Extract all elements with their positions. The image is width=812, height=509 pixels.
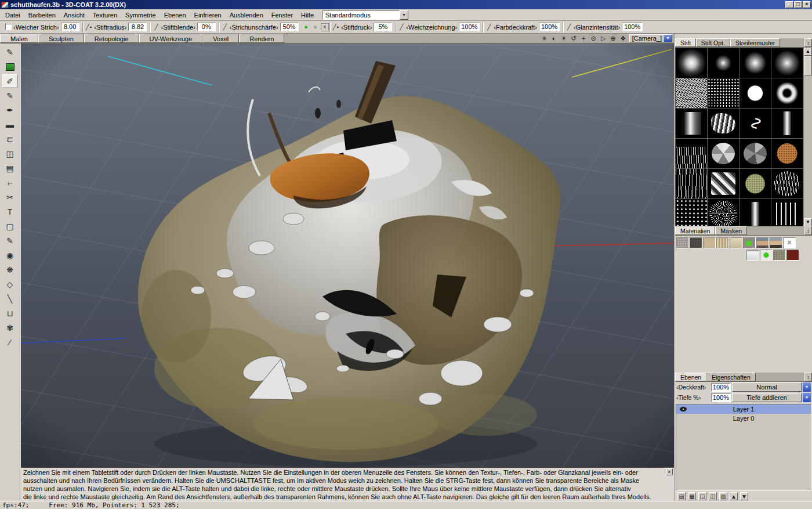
move-layer-down-icon[interactable]: ▼ (740, 492, 748, 500)
ink-pen-tool[interactable]: ✒ (2, 103, 17, 117)
visibility-eye-icon[interactable] (680, 407, 687, 411)
card-tool[interactable]: ▤ (2, 161, 17, 175)
butterfly-tool[interactable]: ✾ (2, 321, 17, 335)
duplicate-layer-icon[interactable]: ◫ (709, 492, 717, 500)
scroll-down-icon[interactable]: ▼ (804, 218, 812, 226)
airbrush-tool[interactable]: ✐ (2, 74, 17, 88)
jar-tool[interactable]: ⊔ (2, 306, 17, 320)
menu-item[interactable]: Symmetrie (121, 10, 160, 20)
add-layer-icon[interactable]: ▤ (677, 492, 686, 500)
diamond-tool[interactable]: ◇ (2, 277, 17, 291)
material-clipboard[interactable] (746, 250, 759, 261)
dropper-tool[interactable]: ╲ (2, 292, 17, 306)
camera-select[interactable]: [Camera_] ▼ (629, 34, 672, 42)
eye-tool[interactable]: ◉ (2, 248, 17, 262)
material-gray-noise[interactable] (676, 237, 689, 248)
pen-tool[interactable]: ✎ (2, 89, 17, 103)
close-button[interactable]: × (803, 1, 811, 8)
param-icon[interactable] (566, 24, 572, 30)
clamp-tool[interactable]: ⊏ (2, 132, 17, 146)
brush-cylinder-2[interactable] (740, 199, 771, 226)
brush-soft-round-small[interactable] (708, 48, 739, 78)
erase-mask-icon[interactable]: × (321, 23, 329, 31)
param-icon[interactable] (333, 24, 340, 30)
workspace-tab[interactable]: Malen (0, 34, 38, 43)
menu-item[interactable]: Datei (1, 10, 24, 20)
menu-item[interactable]: Barbeiten (24, 10, 60, 20)
param-label[interactable]: ‹Weicher Strich› (13, 24, 59, 31)
chevron-down-icon[interactable]: ▼ (803, 382, 811, 392)
brush-tab[interactable]: Streifenmuster (730, 38, 780, 47)
depth-value[interactable]: 100% (711, 394, 731, 402)
param-label[interactable]: ‹Strichunschärfe› (230, 24, 278, 31)
rotate-view-icon[interactable]: ↺ (570, 35, 578, 42)
param-label[interactable]: ‹Stiftdruck› (341, 24, 372, 31)
menu-item[interactable]: Ausblenden (226, 10, 267, 20)
brush-grass-strokes[interactable] (676, 139, 707, 168)
panel-collapse-icon[interactable]: ↕ (804, 226, 812, 235)
focus-icon[interactable]: ⊕ (610, 35, 617, 42)
contrast-icon[interactable]: ◐ (550, 35, 558, 42)
param-value[interactable]: 100% (622, 23, 643, 31)
param-label[interactable]: ‹Stiftradius› (94, 24, 126, 31)
material-tab[interactable]: Materialien (675, 226, 715, 235)
param-value[interactable]: 5% (374, 23, 392, 31)
brush-scratches[interactable] (676, 169, 707, 198)
scissors-tool[interactable]: ✂ (2, 190, 17, 204)
zoom-icon[interactable]: ⊙ (590, 35, 597, 42)
viewport-canvas[interactable]: Zeichnen Sie mit einem Tabletstift oder … (21, 44, 674, 501)
brush-moss-sphere[interactable] (740, 169, 771, 198)
hook-tool[interactable]: ⌐ (2, 176, 17, 190)
move-layer-up-icon[interactable]: ▲ (730, 492, 738, 500)
material-none[interactable]: × (783, 237, 796, 248)
blend-mode-select[interactable]: Normal (732, 382, 802, 392)
chisel-tool[interactable]: ▬ (2, 118, 17, 132)
depth-label[interactable]: ‹Tiefe %› (676, 394, 710, 401)
depth-blend-select[interactable]: Tiefe addieren (732, 393, 802, 402)
delete-layer-icon[interactable]: ▦ (688, 492, 696, 500)
workspace-tab[interactable]: UV-Werkzeuge (139, 34, 203, 43)
brush-rough-texture[interactable] (676, 78, 707, 108)
layers-tab[interactable]: Eigenschaften (706, 373, 756, 381)
menu-item[interactable]: Hilfe (297, 10, 318, 20)
pan-icon[interactable]: + (580, 35, 588, 42)
flower-tool[interactable]: ❋ (2, 263, 17, 277)
needle-tool[interactable]: ∕ (2, 335, 17, 349)
brush-faceted-sphere[interactable] (708, 139, 739, 168)
chevron-down-icon[interactable]: ▼ (400, 10, 408, 20)
brush-dot-spray[interactable] (676, 199, 707, 226)
page-tool[interactable]: ▢ (2, 219, 17, 233)
param-value[interactable]: 0% (197, 23, 216, 31)
chevron-down-icon[interactable]: ▼ (664, 35, 672, 42)
fill-tool[interactable]: ◫ (2, 147, 17, 161)
text-tool[interactable]: T (2, 205, 17, 219)
brush-light-rays[interactable] (771, 199, 803, 226)
gray-ball-icon[interactable]: ● (311, 23, 320, 31)
brush-orange-stipple[interactable] (771, 139, 803, 168)
param-value[interactable]: 8.00 (61, 23, 79, 31)
mode-select[interactable]: Standardmodus ▼ (322, 10, 408, 20)
param-value[interactable]: 100% (459, 23, 480, 31)
material-dark-noise[interactable] (690, 237, 702, 248)
layer-item-1[interactable]: Layer 1 (676, 405, 811, 414)
opacity-label[interactable]: ‹Deckkraft› (676, 384, 710, 391)
brush-scrollbar[interactable]: ▲ ▼ (803, 48, 812, 226)
color-swatch[interactable] (2, 60, 17, 74)
close-icon[interactable]: × (666, 468, 673, 475)
param-icon[interactable] (86, 24, 93, 30)
workspace-tab[interactable]: Sculpten (38, 34, 84, 43)
param-value[interactable]: 50% (280, 23, 299, 31)
menu-item[interactable]: Ebenen (160, 10, 190, 20)
maximize-button[interactable]: □ (794, 1, 802, 8)
menu-item[interactable]: Einfrieren (190, 10, 226, 20)
material-dark-red[interactable] (786, 250, 799, 261)
param-icon[interactable] (398, 24, 404, 30)
material-green-dot[interactable] (760, 250, 773, 261)
param-label[interactable]: ‹Weichzeichnung› (406, 24, 457, 31)
brush-soft-falloff[interactable] (771, 48, 803, 78)
param-label[interactable]: ‹Farbdeckkraft› (494, 24, 537, 31)
brush-soft-round-medium[interactable] (740, 48, 771, 78)
material-moss-noise[interactable] (773, 250, 786, 261)
opacity-value[interactable]: 100% (711, 383, 731, 392)
scrollbar-thumb[interactable] (804, 56, 812, 75)
